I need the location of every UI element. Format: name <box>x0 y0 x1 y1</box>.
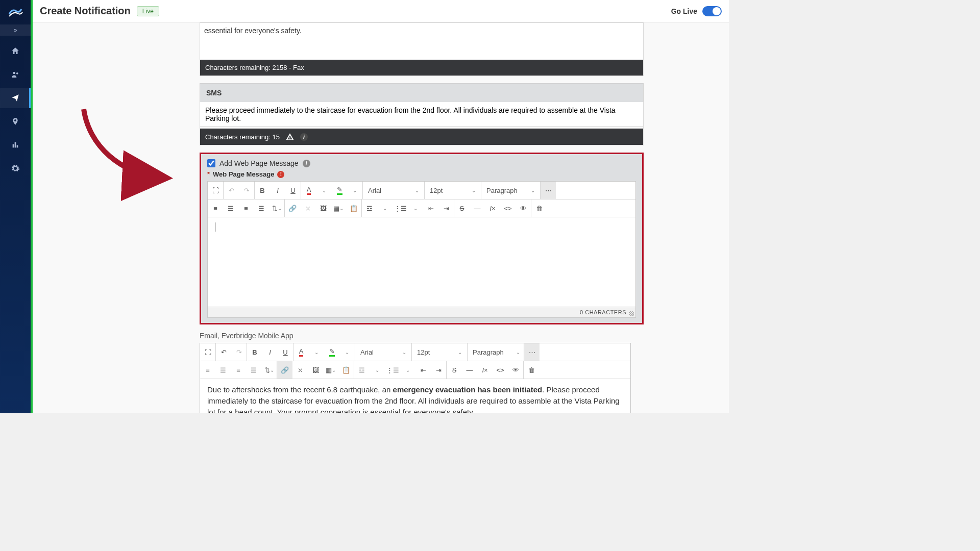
table-icon[interactable]: ▦⌄ <box>331 199 346 217</box>
align-left-icon[interactable]: ≡ <box>208 199 223 217</box>
paste-icon[interactable]: 📋 <box>338 361 354 379</box>
webpage-editor-canvas[interactable] <box>208 217 635 307</box>
italic-icon[interactable]: I <box>262 343 278 361</box>
text-color-icon[interactable]: A <box>301 182 316 199</box>
redo-icon[interactable]: ↷ <box>239 182 254 199</box>
unlink-icon[interactable]: ⤫ <box>292 361 308 379</box>
undo-icon[interactable]: ↶ <box>224 182 239 199</box>
unlink-icon[interactable]: ⤫ <box>300 199 315 217</box>
underline-icon[interactable]: U <box>278 343 293 361</box>
underline-icon[interactable]: U <box>285 182 301 199</box>
ol-menu[interactable]: ⌄ <box>377 199 393 217</box>
highlight-menu[interactable]: ⌄ <box>339 343 355 361</box>
go-live-toggle[interactable] <box>702 6 722 16</box>
link-icon[interactable]: 🔗 <box>285 199 300 217</box>
lineheight-icon[interactable]: ⇅⌄ <box>269 199 284 217</box>
indent-icon[interactable]: ⇥ <box>438 199 454 217</box>
paste-icon[interactable]: 📋 <box>346 199 361 217</box>
fontsize-select[interactable]: 12pt⌄ <box>425 182 481 199</box>
font-select[interactable]: Arial⌄ <box>363 182 424 199</box>
text-color-icon[interactable]: A <box>293 343 309 361</box>
ol-icon[interactable]: ☲ <box>354 361 370 379</box>
clear-format-icon[interactable]: I× <box>485 199 500 217</box>
code-icon[interactable]: <> <box>493 361 508 379</box>
warning-icon <box>286 133 294 141</box>
info-icon[interactable]: i <box>303 160 310 167</box>
svg-rect-3 <box>15 142 16 148</box>
editor-toolbar-1: ⛶ ↶ ↷ B I U <box>208 182 635 199</box>
ol-icon[interactable]: ☲ <box>362 199 377 217</box>
image-icon[interactable]: 🖼 <box>308 361 323 379</box>
font-select[interactable]: Arial⌄ <box>355 343 411 361</box>
align-right-icon[interactable]: ≡ <box>238 199 254 217</box>
sidebar: » <box>0 0 31 413</box>
highlight-icon[interactable]: ✎ <box>324 343 339 361</box>
redo-icon[interactable]: ↷ <box>231 343 247 361</box>
highlight-icon[interactable]: ✎ <box>332 182 347 199</box>
sidebar-expand[interactable]: » <box>0 24 31 36</box>
ol-menu[interactable]: ⌄ <box>370 361 385 379</box>
hr-icon[interactable]: — <box>462 361 477 379</box>
align-left-icon[interactable]: ≡ <box>200 361 215 379</box>
ul-icon[interactable]: ⋮☰ <box>385 361 400 379</box>
strike-icon[interactable]: S <box>447 361 462 379</box>
sms-heading: SMS <box>200 83 644 102</box>
hr-icon[interactable]: — <box>470 199 485 217</box>
table-icon[interactable]: ▦⌄ <box>323 361 338 379</box>
bold-icon[interactable]: B <box>247 343 262 361</box>
strike-icon[interactable]: S <box>454 199 470 217</box>
more-icon[interactable]: ⋯ <box>541 182 556 199</box>
delete-icon[interactable]: 🗑 <box>524 361 539 379</box>
ul-icon[interactable]: ⋮☰ <box>393 199 408 217</box>
text-color-menu[interactable]: ⌄ <box>309 343 324 361</box>
align-center-icon[interactable]: ☰ <box>215 361 231 379</box>
lineheight-icon[interactable]: ⇅⌄ <box>261 361 277 379</box>
more-icon[interactable]: ⋯ <box>524 343 540 361</box>
bold-icon[interactable]: B <box>255 182 270 199</box>
email-editor: ⛶ ↶ ↷ B I U A ⌄ ✎ <box>200 343 631 413</box>
align-center-icon[interactable]: ☰ <box>223 199 238 217</box>
error-icon: ! <box>277 171 284 178</box>
webpage-section: Add Web Page Message i * Web Page Messag… <box>200 153 644 324</box>
undo-icon[interactable]: ↶ <box>216 343 231 361</box>
preview-icon[interactable]: 👁 <box>508 361 523 379</box>
justify-icon[interactable]: ☰ <box>246 361 261 379</box>
fontsize-select[interactable]: 12pt⌄ <box>412 343 467 361</box>
nav-home[interactable] <box>0 41 31 61</box>
nav-settings[interactable] <box>0 158 31 179</box>
scrollbar[interactable] <box>729 0 735 413</box>
ul-menu[interactable]: ⌄ <box>400 361 415 379</box>
fax-char-counter: Characters remaining: 2158 - Fax <box>200 60 643 76</box>
ul-menu[interactable]: ⌄ <box>408 199 423 217</box>
format-select[interactable]: Paragraph⌄ <box>468 343 524 361</box>
clear-format-icon[interactable]: I× <box>477 361 493 379</box>
outdent-icon[interactable]: ⇤ <box>423 199 438 217</box>
nav-location[interactable] <box>0 111 31 132</box>
sms-input[interactable] <box>200 102 643 127</box>
justify-icon[interactable]: ☰ <box>254 199 269 217</box>
link-icon[interactable]: 🔗 <box>277 361 292 379</box>
resize-handle[interactable] <box>629 311 634 316</box>
fullscreen-icon[interactable]: ⛶ <box>208 182 223 199</box>
nav-contacts[interactable] <box>0 64 31 85</box>
indent-icon[interactable]: ⇥ <box>431 361 446 379</box>
outdent-icon[interactable]: ⇤ <box>415 361 431 379</box>
fullscreen-icon[interactable]: ⛶ <box>200 343 215 361</box>
info-icon[interactable]: i <box>300 133 308 141</box>
highlight-menu[interactable]: ⌄ <box>347 182 362 199</box>
delete-icon[interactable]: 🗑 <box>531 199 547 217</box>
text-color-menu[interactable]: ⌄ <box>316 182 332 199</box>
italic-icon[interactable]: I <box>270 182 285 199</box>
format-select[interactable]: Paragraph⌄ <box>481 182 540 199</box>
webpage-editor: ⛶ ↶ ↷ B I U <box>207 181 636 318</box>
annotation-arrow <box>58 89 186 206</box>
fax-body[interactable]: essential for everyone's safety. <box>200 23 643 60</box>
email-editor-canvas[interactable]: Due to aftershocks from the recent 6.8 e… <box>200 379 630 413</box>
nav-notifications[interactable] <box>0 88 31 108</box>
nav-reports[interactable] <box>0 135 31 155</box>
code-icon[interactable]: <> <box>500 199 516 217</box>
align-right-icon[interactable]: ≡ <box>231 361 246 379</box>
image-icon[interactable]: 🖼 <box>315 199 331 217</box>
add-webpage-checkbox[interactable] <box>207 159 215 167</box>
preview-icon[interactable]: 👁 <box>516 199 531 217</box>
